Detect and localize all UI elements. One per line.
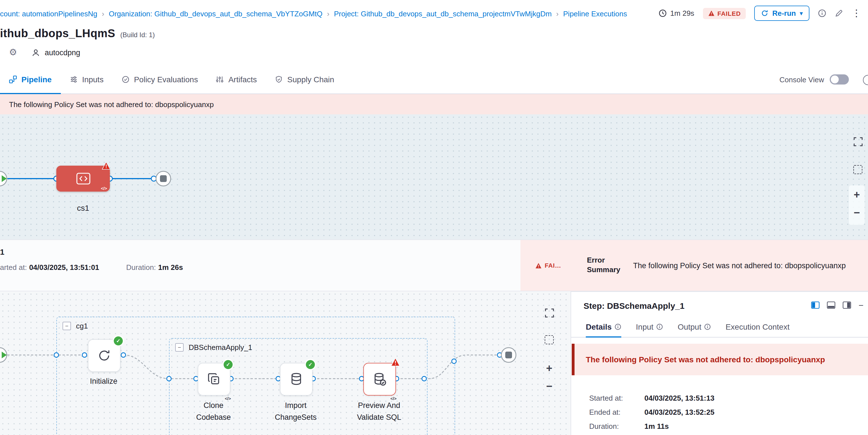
console-view-toggle[interactable]	[830, 74, 849, 85]
tab-input[interactable]: Input	[636, 317, 663, 337]
inputs-tab-icon	[69, 75, 78, 83]
info-icon	[615, 323, 621, 330]
status-badge: FAILED	[703, 8, 746, 19]
breadcrumb-project[interactable]: Project: Github_db_devops_aut_db_schema_…	[334, 9, 552, 18]
step-label-initialize: Initialize	[75, 376, 132, 388]
tab-inputs-label: Inputs	[82, 75, 103, 84]
zoom-in-button[interactable]: +	[851, 189, 862, 200]
info-icon[interactable]	[818, 9, 826, 18]
breadcrumb-organization[interactable]: Organization: Github_db_devops_aut_db_sc…	[109, 9, 322, 18]
step-node-import-changesets[interactable]: ✓	[280, 363, 313, 396]
topbar-actions: 1m 29s FAILED Re-run ▾ ⋮	[658, 6, 861, 21]
user-name: autocdpng	[45, 48, 80, 57]
started-at: arted at:04/03/2025, 13:51:01	[0, 263, 99, 272]
marquee-select-icon[interactable]	[852, 164, 864, 175]
tab-details-label: Details	[586, 322, 612, 331]
toggle-knob	[831, 75, 839, 83]
detail-value: 04/03/2025, 13:52:25	[644, 408, 714, 416]
rerun-refresh-icon	[761, 9, 768, 17]
top-bar: count: automationPipelinesNg › Organizat…	[0, 0, 868, 28]
step-label-clone-codebase: Clone Codebase	[188, 400, 239, 424]
policy-evaluations-tab-icon	[122, 75, 129, 83]
error-summary-label: Error Summary	[587, 256, 622, 275]
artifacts-tab-icon	[216, 75, 224, 83]
edit-pencil-icon[interactable]	[835, 9, 843, 18]
stage-detail-area: − cg1 − DBSchemaApply_1	[0, 291, 868, 435]
detail-label: Duration:	[589, 422, 644, 431]
tab-output-label: Output	[678, 322, 701, 331]
layout-bottom-icon[interactable]	[827, 302, 835, 309]
warning-triangle-icon	[708, 10, 714, 16]
tab-pipeline-label: Pipeline	[22, 75, 52, 84]
breadcrumb-account[interactable]: count: automationPipelinesNg	[0, 9, 97, 18]
tab-policy-evaluations[interactable]: Policy Evaluations	[113, 65, 207, 94]
execution-graph-canvas[interactable]: − cg1 − DBSchemaApply_1	[0, 291, 570, 435]
pipeline-connector-wires	[0, 114, 868, 240]
marquee-select-icon[interactable]	[544, 334, 555, 345]
start-node	[0, 348, 7, 362]
fail-badge: FAILED	[535, 262, 563, 269]
elapsed-time-value: 1m 29s	[670, 9, 694, 18]
error-summary-strip: FAILED Error Summary The following Polic…	[521, 240, 868, 291]
breadcrumb-pipeline-executions[interactable]: Pipeline Executions	[563, 9, 627, 18]
pipeline-title: ithub_dbops_LHqmS	[0, 27, 115, 40]
start-node	[0, 171, 7, 186]
database-icon	[289, 372, 304, 386]
stage-duration: Duration:1m 26s	[126, 263, 183, 272]
minimize-panel-icon[interactable]: −	[859, 301, 864, 309]
end-node	[156, 171, 171, 186]
tab-output[interactable]: Output	[678, 317, 711, 337]
failure-badge-icon	[391, 358, 400, 366]
elapsed-time: 1m 29s	[658, 9, 694, 18]
settings-gear-icon[interactable]: ⚙	[9, 48, 17, 57]
layout-right-icon[interactable]	[843, 302, 851, 309]
step-panel-tabs: Details Input Output Execution Context	[571, 317, 868, 338]
success-badge-icon: ✓	[305, 359, 316, 370]
tab-input-label: Input	[636, 322, 653, 331]
zoom-out-button[interactable]: −	[544, 380, 555, 392]
detail-value: 04/03/2025, 13:51:13	[644, 394, 714, 402]
warning-triangle-icon	[535, 262, 542, 269]
step-error-message: The following Policy Set was not adhered…	[572, 344, 868, 375]
tab-details[interactable]: Details	[586, 317, 621, 337]
tab-inputs[interactable]: Inputs	[61, 65, 112, 94]
stage-node-label: cs1	[56, 204, 110, 212]
info-icon	[656, 323, 663, 330]
pipeline-meta-row: ⚙ autocdpng	[9, 48, 80, 57]
tab-supply-chain[interactable]: Supply Chain	[266, 65, 343, 94]
step-label-preview-validate-sql: Preview And Validate SQL	[352, 400, 406, 424]
tab-artifacts[interactable]: Artifacts	[207, 65, 266, 94]
step-error-text: The following Policy Set was not adhered…	[586, 355, 825, 364]
step-node-clone-codebase[interactable]: ✓ </>	[198, 363, 230, 396]
fullscreen-icon[interactable]	[544, 307, 555, 318]
step-node-preview-validate-sql[interactable]: </>	[363, 363, 396, 396]
kebab-menu-icon[interactable]: ⋮	[852, 8, 861, 18]
execution-tabs: Pipeline Inputs Policy Evaluations Artif…	[0, 65, 868, 94]
help-icon[interactable]	[863, 75, 868, 85]
build-id: (Build Id: 1)	[120, 31, 155, 39]
fullscreen-icon[interactable]	[852, 136, 864, 147]
split-view-icon[interactable]	[811, 302, 819, 309]
zoom-in-button[interactable]: +	[544, 362, 555, 374]
clone-icon	[207, 372, 221, 386]
stage-node-cs1[interactable]: </>	[56, 166, 110, 192]
success-badge-icon: ✓	[113, 335, 124, 346]
breadcrumb-separator-icon: ›	[327, 9, 330, 18]
stage-name: 1	[0, 247, 4, 256]
step-node-initialize[interactable]: ✓	[88, 339, 121, 372]
fail-badge-label: FAILED	[545, 262, 563, 269]
detail-label: Started at:	[589, 394, 644, 402]
page-header: ithub_dbops_LHqmS (Build Id: 1)	[0, 27, 155, 40]
chevron-down-icon: ▾	[800, 10, 803, 16]
pipeline-graph-canvas[interactable]: </> cs1 + −	[0, 114, 868, 240]
rerun-button-label: Re-run	[772, 9, 796, 18]
rerun-button[interactable]: Re-run ▾	[754, 6, 809, 21]
detail-value: 1m 11s	[644, 422, 669, 431]
supply-chain-tab-icon	[275, 75, 283, 83]
tab-pipeline[interactable]: Pipeline	[0, 65, 61, 94]
panel-layout-controls: −	[811, 301, 864, 309]
policy-warning-text: The following Policy Set was not adhered…	[9, 100, 214, 108]
zoom-out-button[interactable]: −	[851, 207, 862, 218]
tab-execution-context[interactable]: Execution Context	[725, 317, 789, 337]
triggered-by-user: autocdpng	[32, 48, 80, 57]
